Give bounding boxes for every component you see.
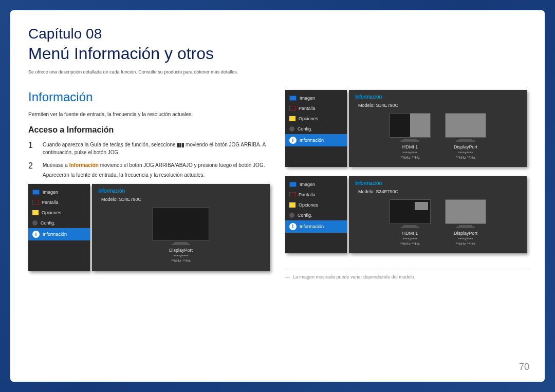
osd-label-opciones: Opciones xyxy=(299,202,318,208)
osd-item-imagen: Imagen xyxy=(285,93,347,103)
footnote-dash: ― xyxy=(285,274,290,279)
monitor-frequency: **kHz **Hz xyxy=(445,155,486,160)
monitor-block-hdmi: HDMI 1 ****x**** **kHz **Hz xyxy=(390,199,431,246)
osd-item-opciones: Opciones xyxy=(28,208,90,218)
footnote-block: ―La imagen mostrada puede variar dependi… xyxy=(285,263,527,279)
section-description: Permiten ver la fuente de entrada, la fr… xyxy=(28,111,270,117)
step-1: 1 Cuando aparezca la Guía de teclas de f… xyxy=(28,141,270,156)
osd-label-config: Config. xyxy=(41,220,55,226)
osd-sidebar: Imagen Pantalla Opciones Config. iInform… xyxy=(28,184,90,271)
monitor-source: HDMI 1 xyxy=(390,144,431,150)
page-container: Capítulo 08 Menú Información y otros Se … xyxy=(10,10,545,382)
opciones-icon xyxy=(289,202,295,208)
osd-panel-title: Información xyxy=(98,188,264,194)
section-title: Información xyxy=(28,90,270,104)
osd-main-panel: Información Modelo: S34E790C HDMI 1 ****… xyxy=(349,90,527,167)
osd-item-imagen: Imagen xyxy=(285,179,347,190)
pbp-left xyxy=(390,114,410,137)
monitor-screen xyxy=(153,207,209,241)
info-icon: i xyxy=(289,137,297,144)
chapter-description: Se ofrece una descripción detallada de c… xyxy=(28,69,527,74)
osd-main-panel: Información Modelo: S34E790C DisplayPort… xyxy=(92,184,270,271)
footnote-text: La imagen mostrada puede variar dependie… xyxy=(293,274,415,279)
step-text: Muévase a Información moviendo el botón … xyxy=(43,161,265,179)
monitor-source: HDMI 1 xyxy=(390,231,431,236)
monitor-source: DisplayPort xyxy=(445,231,486,236)
monitor-source: DisplayPort xyxy=(153,248,209,253)
monitor-block-hdmi: HDMI 1 ****x**** **kHz **Hz xyxy=(390,113,431,160)
config-icon xyxy=(289,213,294,218)
osd-item-pantalla: Pantalla xyxy=(28,197,90,208)
imagen-icon xyxy=(289,96,297,101)
monitor-block-dp: DisplayPort ****x**** **kHz **Hz xyxy=(445,199,486,246)
monitor-frequency: **kHz **Hz xyxy=(153,258,209,263)
step-text: Cuando aparezca la Guía de teclas de fun… xyxy=(43,141,270,156)
monitor-screen-pbp xyxy=(390,113,431,138)
monitor-block-dp: DisplayPort ****x**** **kHz **Hz xyxy=(445,113,486,160)
pantalla-icon xyxy=(32,200,39,205)
monitor-resolution: ****x**** xyxy=(153,254,209,258)
osd-monitors: HDMI 1 ****x**** **kHz **Hz DisplayPort … xyxy=(355,199,521,246)
osd-model: Modelo: S34E790C xyxy=(358,103,521,108)
pbp-right xyxy=(410,114,430,137)
osd-label-informacion: Información xyxy=(300,224,324,229)
osd-model: Modelo: S34E790C xyxy=(358,189,521,194)
osd-panel-pip: Imagen Pantalla Opciones Config. iInform… xyxy=(285,176,527,253)
osd-item-config: Config. xyxy=(285,210,347,220)
monitor-source: DisplayPort xyxy=(445,144,486,150)
monitor-frequency: **kHz **Hz xyxy=(390,241,431,246)
pip-inner xyxy=(415,202,428,210)
osd-main-panel: Información Modelo: S34E790C HDMI 1 ****… xyxy=(349,176,527,253)
page-number: 70 xyxy=(519,362,529,372)
pantalla-icon xyxy=(289,106,295,111)
monitor-resolution: ****x**** xyxy=(390,151,431,155)
osd-item-informacion: iInformación xyxy=(285,220,347,233)
osd-sidebar: Imagen Pantalla Opciones Config. iInform… xyxy=(285,90,347,167)
monitor-frequency: **kHz **Hz xyxy=(445,241,486,246)
osd-label-informacion: Información xyxy=(300,138,324,143)
osd-monitors: HDMI 1 ****x**** **kHz **Hz DisplayPort … xyxy=(355,113,521,160)
osd-item-config: Config. xyxy=(285,124,347,134)
monitor-stand xyxy=(174,242,188,244)
chapter-title: Menú Información y otros xyxy=(28,44,527,63)
osd-panel-pbp: Imagen Pantalla Opciones Config. iInform… xyxy=(285,90,527,167)
info-icon: i xyxy=(32,231,40,238)
monitor-screen xyxy=(445,113,486,138)
left-column: Información Permiten ver la fuente de en… xyxy=(28,90,270,371)
monitor-stand xyxy=(403,139,417,140)
footnote: ―La imagen mostrada puede variar dependi… xyxy=(285,274,527,279)
osd-panel-single: Imagen Pantalla Opciones Config. iInform… xyxy=(28,184,270,271)
osd-item-informacion: iInformación xyxy=(285,134,347,146)
monitor-stand xyxy=(459,139,472,140)
osd-label-imagen: Imagen xyxy=(300,182,315,187)
monitor-block-dp: DisplayPort ****x**** **kHz **Hz xyxy=(153,207,209,263)
osd-label-imagen: Imagen xyxy=(300,96,315,101)
osd-item-opciones: Opciones xyxy=(285,200,347,210)
content-columns: Información Permiten ver la fuente de en… xyxy=(28,90,527,371)
monitor-screen xyxy=(445,199,486,224)
osd-label-opciones: Opciones xyxy=(299,116,318,121)
osd-panel-title: Información xyxy=(355,180,521,186)
step-2-pre: Muévase a xyxy=(43,162,69,168)
osd-sidebar: Imagen Pantalla Opciones Config. iInform… xyxy=(285,176,347,253)
step-2-post: Aparecerán la fuente de entrada, la frec… xyxy=(43,171,265,179)
step-1-pre: Cuando aparezca la Guía de teclas de fun… xyxy=(43,142,177,147)
osd-item-config: Config. xyxy=(28,218,90,228)
osd-label-opciones: Opciones xyxy=(42,210,61,215)
pantalla-icon xyxy=(289,192,295,197)
monitor-stand xyxy=(459,225,472,227)
osd-monitors: DisplayPort ****x**** **kHz **Hz xyxy=(98,207,264,263)
osd-model: Modelo: S34E790C xyxy=(101,197,264,202)
step-2-mid: moviendo el botón JOG ARRIBA/ABAJO y pre… xyxy=(99,162,265,168)
monitor-frequency: **kHz **Hz xyxy=(390,155,431,160)
menu-icon xyxy=(177,143,184,147)
osd-item-informacion: iInformación xyxy=(28,228,90,240)
osd-panel-title: Información xyxy=(355,94,521,100)
osd-label-informacion: Información xyxy=(43,232,67,237)
osd-label-pantalla: Pantalla xyxy=(42,200,59,205)
osd-label-pantalla: Pantalla xyxy=(299,192,316,197)
monitor-resolution: ****x**** xyxy=(445,237,486,241)
info-icon: i xyxy=(289,223,297,230)
osd-label-config: Config. xyxy=(298,126,312,132)
footnote-rule xyxy=(285,270,527,270)
